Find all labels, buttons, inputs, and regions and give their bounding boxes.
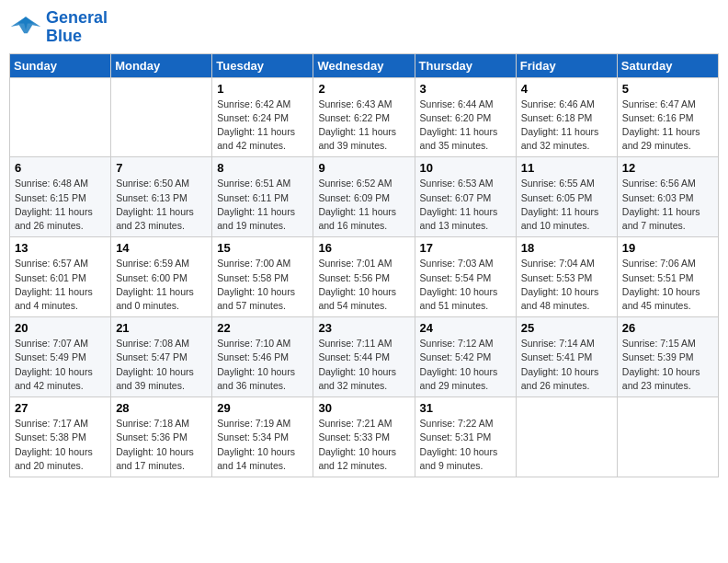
calendar-day-cell bbox=[10, 77, 111, 157]
day-of-week-header: Sunday bbox=[10, 53, 111, 77]
day-number: 23 bbox=[318, 321, 409, 335]
calendar-day-cell: 3Sunrise: 6:44 AMSunset: 6:20 PMDaylight… bbox=[415, 77, 516, 157]
calendar-day-cell: 26Sunrise: 7:15 AMSunset: 5:39 PMDayligh… bbox=[617, 317, 718, 397]
day-info: Sunrise: 6:43 AMSunset: 6:22 PMDaylight:… bbox=[318, 98, 409, 154]
calendar-day-cell bbox=[617, 397, 718, 477]
calendar-table: SundayMondayTuesdayWednesdayThursdayFrid… bbox=[9, 53, 719, 477]
calendar-day-cell: 12Sunrise: 6:56 AMSunset: 6:03 PMDayligh… bbox=[617, 157, 718, 237]
calendar-day-cell: 16Sunrise: 7:01 AMSunset: 5:56 PMDayligh… bbox=[313, 237, 415, 317]
day-number: 18 bbox=[521, 241, 612, 255]
day-number: 14 bbox=[116, 241, 207, 255]
day-info: Sunrise: 7:04 AMSunset: 5:53 PMDaylight:… bbox=[521, 257, 612, 313]
calendar-day-cell: 6Sunrise: 6:48 AMSunset: 6:15 PMDaylight… bbox=[10, 157, 111, 237]
day-number: 16 bbox=[318, 241, 409, 255]
day-number: 12 bbox=[622, 161, 713, 175]
day-number: 5 bbox=[622, 82, 713, 96]
calendar-week-row: 13Sunrise: 6:57 AMSunset: 6:01 PMDayligh… bbox=[10, 237, 719, 317]
calendar-day-cell: 19Sunrise: 7:06 AMSunset: 5:51 PMDayligh… bbox=[617, 237, 718, 317]
day-number: 13 bbox=[15, 241, 106, 255]
calendar-day-cell: 14Sunrise: 6:59 AMSunset: 6:00 PMDayligh… bbox=[111, 237, 212, 317]
calendar-day-cell: 9Sunrise: 6:52 AMSunset: 6:09 PMDaylight… bbox=[313, 157, 415, 237]
day-info: Sunrise: 6:51 AMSunset: 6:11 PMDaylight:… bbox=[217, 177, 308, 233]
day-number: 24 bbox=[420, 321, 511, 335]
day-info: Sunrise: 7:10 AMSunset: 5:46 PMDaylight:… bbox=[217, 337, 308, 393]
day-info: Sunrise: 7:06 AMSunset: 5:51 PMDaylight:… bbox=[622, 257, 713, 313]
day-info: Sunrise: 7:21 AMSunset: 5:33 PMDaylight:… bbox=[318, 417, 409, 473]
day-number: 20 bbox=[15, 321, 106, 335]
day-number: 8 bbox=[217, 161, 308, 175]
day-number: 29 bbox=[217, 401, 308, 415]
calendar-week-row: 1Sunrise: 6:42 AMSunset: 6:24 PMDaylight… bbox=[10, 77, 719, 157]
calendar-day-cell: 20Sunrise: 7:07 AMSunset: 5:49 PMDayligh… bbox=[10, 317, 111, 397]
day-number: 3 bbox=[420, 82, 511, 96]
day-number: 10 bbox=[420, 161, 511, 175]
day-number: 4 bbox=[521, 82, 612, 96]
calendar-day-cell: 4Sunrise: 6:46 AMSunset: 6:18 PMDaylight… bbox=[516, 77, 617, 157]
calendar-day-cell: 17Sunrise: 7:03 AMSunset: 5:54 PMDayligh… bbox=[415, 237, 516, 317]
day-info: Sunrise: 6:53 AMSunset: 6:07 PMDaylight:… bbox=[420, 177, 511, 233]
day-info: Sunrise: 6:50 AMSunset: 6:13 PMDaylight:… bbox=[116, 177, 207, 233]
day-info: Sunrise: 7:19 AMSunset: 5:34 PMDaylight:… bbox=[217, 417, 308, 473]
day-info: Sunrise: 6:46 AMSunset: 6:18 PMDaylight:… bbox=[521, 98, 612, 154]
day-info: Sunrise: 7:12 AMSunset: 5:42 PMDaylight:… bbox=[420, 337, 511, 393]
calendar-day-cell: 22Sunrise: 7:10 AMSunset: 5:46 PMDayligh… bbox=[212, 317, 313, 397]
day-info: Sunrise: 7:15 AMSunset: 5:39 PMDaylight:… bbox=[622, 337, 713, 393]
day-info: Sunrise: 7:08 AMSunset: 5:47 PMDaylight:… bbox=[116, 337, 207, 393]
calendar-day-cell: 21Sunrise: 7:08 AMSunset: 5:47 PMDayligh… bbox=[111, 317, 212, 397]
calendar-header-row: SundayMondayTuesdayWednesdayThursdayFrid… bbox=[10, 53, 719, 77]
day-info: Sunrise: 7:22 AMSunset: 5:31 PMDaylight:… bbox=[420, 417, 511, 473]
calendar-day-cell: 28Sunrise: 7:18 AMSunset: 5:36 PMDayligh… bbox=[111, 397, 212, 477]
day-of-week-header: Monday bbox=[111, 53, 212, 77]
logo: General Blue bbox=[9, 9, 108, 46]
day-number: 11 bbox=[521, 161, 612, 175]
day-of-week-header: Tuesday bbox=[212, 53, 313, 77]
day-number: 27 bbox=[15, 401, 106, 415]
day-number: 1 bbox=[217, 82, 308, 96]
day-number: 31 bbox=[420, 401, 511, 415]
day-info: Sunrise: 7:17 AMSunset: 5:38 PMDaylight:… bbox=[15, 417, 106, 473]
day-number: 25 bbox=[521, 321, 612, 335]
day-of-week-header: Saturday bbox=[617, 53, 718, 77]
calendar-day-cell: 23Sunrise: 7:11 AMSunset: 5:44 PMDayligh… bbox=[313, 317, 415, 397]
calendar-day-cell: 11Sunrise: 6:55 AMSunset: 6:05 PMDayligh… bbox=[516, 157, 617, 237]
calendar-week-row: 20Sunrise: 7:07 AMSunset: 5:49 PMDayligh… bbox=[10, 317, 719, 397]
logo-icon bbox=[9, 15, 42, 40]
day-number: 9 bbox=[318, 161, 409, 175]
calendar-day-cell: 27Sunrise: 7:17 AMSunset: 5:38 PMDayligh… bbox=[10, 397, 111, 477]
day-number: 7 bbox=[116, 161, 207, 175]
day-number: 21 bbox=[116, 321, 207, 335]
calendar-day-cell: 15Sunrise: 7:00 AMSunset: 5:58 PMDayligh… bbox=[212, 237, 313, 317]
page-header: General Blue bbox=[9, 9, 719, 46]
calendar-day-cell: 31Sunrise: 7:22 AMSunset: 5:31 PMDayligh… bbox=[415, 397, 516, 477]
day-number: 22 bbox=[217, 321, 308, 335]
day-info: Sunrise: 6:48 AMSunset: 6:15 PMDaylight:… bbox=[15, 177, 106, 233]
calendar-week-row: 6Sunrise: 6:48 AMSunset: 6:15 PMDaylight… bbox=[10, 157, 719, 237]
day-info: Sunrise: 7:01 AMSunset: 5:56 PMDaylight:… bbox=[318, 257, 409, 313]
calendar-day-cell: 10Sunrise: 6:53 AMSunset: 6:07 PMDayligh… bbox=[415, 157, 516, 237]
day-info: Sunrise: 6:57 AMSunset: 6:01 PMDaylight:… bbox=[15, 257, 106, 313]
day-number: 2 bbox=[318, 82, 409, 96]
day-number: 28 bbox=[116, 401, 207, 415]
day-number: 30 bbox=[318, 401, 409, 415]
logo-line2: Blue bbox=[46, 28, 108, 46]
day-info: Sunrise: 6:55 AMSunset: 6:05 PMDaylight:… bbox=[521, 177, 612, 233]
calendar-day-cell: 29Sunrise: 7:19 AMSunset: 5:34 PMDayligh… bbox=[212, 397, 313, 477]
day-info: Sunrise: 6:47 AMSunset: 6:16 PMDaylight:… bbox=[622, 98, 713, 154]
calendar-week-row: 27Sunrise: 7:17 AMSunset: 5:38 PMDayligh… bbox=[10, 397, 719, 477]
day-info: Sunrise: 7:00 AMSunset: 5:58 PMDaylight:… bbox=[217, 257, 308, 313]
day-info: Sunrise: 6:56 AMSunset: 6:03 PMDaylight:… bbox=[622, 177, 713, 233]
calendar-day-cell: 24Sunrise: 7:12 AMSunset: 5:42 PMDayligh… bbox=[415, 317, 516, 397]
calendar-day-cell: 25Sunrise: 7:14 AMSunset: 5:41 PMDayligh… bbox=[516, 317, 617, 397]
calendar-day-cell: 30Sunrise: 7:21 AMSunset: 5:33 PMDayligh… bbox=[313, 397, 415, 477]
day-number: 26 bbox=[622, 321, 713, 335]
logo-line1: General bbox=[46, 9, 108, 28]
calendar-day-cell: 7Sunrise: 6:50 AMSunset: 6:13 PMDaylight… bbox=[111, 157, 212, 237]
day-info: Sunrise: 6:59 AMSunset: 6:00 PMDaylight:… bbox=[116, 257, 207, 313]
calendar-day-cell: 5Sunrise: 6:47 AMSunset: 6:16 PMDaylight… bbox=[617, 77, 718, 157]
svg-marker-1 bbox=[17, 17, 34, 29]
calendar-day-cell bbox=[111, 77, 212, 157]
day-number: 15 bbox=[217, 241, 308, 255]
day-number: 17 bbox=[420, 241, 511, 255]
day-info: Sunrise: 6:42 AMSunset: 6:24 PMDaylight:… bbox=[217, 98, 308, 154]
day-info: Sunrise: 6:44 AMSunset: 6:20 PMDaylight:… bbox=[420, 98, 511, 154]
